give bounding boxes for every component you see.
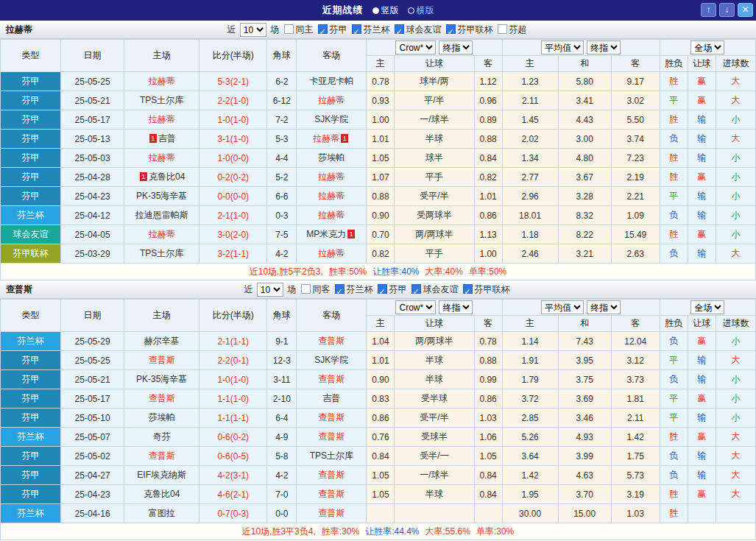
result-wdl: 负 (660, 206, 688, 225)
handicap-line: 半球 (395, 370, 474, 389)
filter-checkbox-item[interactable]: 同客 (301, 280, 331, 298)
odds-away: 0.99 (474, 370, 502, 389)
odds-stage-select[interactable]: 终指 (439, 40, 473, 54)
checkbox-label: 同客 (313, 284, 331, 294)
checkbox-icon[interactable] (411, 284, 421, 294)
odds-company-select[interactable]: Crow* (395, 300, 436, 314)
away-team-name: 拉赫蒂 (318, 172, 345, 182)
home-team-cell: 拉赫蒂 (124, 72, 199, 91)
checkbox-icon[interactable] (463, 284, 473, 294)
filter-games-label: 场 (287, 284, 296, 294)
avg-odds-away: 2.63 (611, 244, 660, 264)
col-odds-home: 主 (367, 56, 395, 72)
match-date: 25-04-23 (61, 485, 124, 504)
horizontal-radio-label[interactable]: 横版 (417, 5, 434, 15)
result-wdl: 胜 (660, 72, 688, 91)
vertical-radio[interactable] (372, 7, 379, 14)
home-team-name: EIF埃克纳斯 (137, 470, 186, 480)
result-handicap: 输 (688, 206, 716, 225)
col-avg-away: 客 (611, 56, 660, 72)
checkbox-icon[interactable] (498, 24, 507, 34)
checkbox-icon[interactable] (318, 24, 328, 34)
checkbox-icon[interactable] (335, 284, 345, 294)
result-wdl: 胜 (660, 168, 688, 187)
checkbox-label: 芬甲联杯 (458, 24, 493, 35)
avg-odds-draw: 3.00 (558, 130, 611, 149)
avg-odds-home: 1.45 (502, 110, 558, 130)
red-card-badge: 1 (341, 134, 348, 143)
result-wdl: 胜 (660, 110, 688, 130)
odds-away: 0.89 (474, 110, 502, 130)
corner-score: 4-2 (267, 244, 297, 264)
avg-odds-select[interactable]: 平均值 (541, 300, 584, 314)
checkbox-icon[interactable] (301, 284, 311, 294)
away-team-cell: MP米克力1 (297, 225, 367, 244)
vertical-radio-label[interactable]: 竖版 (381, 5, 399, 15)
avg-odds-home: 2.96 (502, 187, 558, 206)
match-date: 25-05-02 (61, 447, 124, 466)
corner-score: 5-8 (267, 447, 297, 466)
league-type-badge: 芬甲 (1, 149, 61, 168)
avg-odds-draw: 3.75 (558, 370, 611, 389)
checkbox-icon[interactable] (395, 24, 404, 34)
match-count-select[interactable]: 10 (257, 283, 283, 297)
avg-odds-away: 2.19 (611, 168, 660, 187)
result-handicap: 赢 (688, 168, 716, 187)
close-icon[interactable]: ✕ (738, 3, 753, 17)
avg-odds-select[interactable]: 平均值 (541, 40, 584, 54)
checkbox-icon[interactable] (284, 24, 294, 34)
away-team-cell: 拉赫蒂 (297, 187, 367, 206)
result-wdl: 负 (660, 466, 688, 485)
avg-odds-away: 3.12 (611, 351, 660, 370)
avg-odds-home: 3.64 (502, 447, 558, 466)
home-team-cell: 莎埃帕 (124, 409, 199, 428)
avg-stage-select[interactable]: 终指 (587, 300, 621, 314)
checkbox-icon[interactable] (378, 284, 387, 294)
filter-checkbox-item[interactable]: 芬甲联杯 (463, 280, 510, 298)
checkbox-icon[interactable] (446, 24, 456, 34)
avg-odds-home: 3.72 (502, 389, 558, 409)
match-scope-select[interactable]: 全场 (690, 40, 724, 54)
handicap-line: 球半 (395, 149, 474, 168)
summary-stat: 近10场,胜3平3负4, (242, 526, 316, 537)
avg-stage-select[interactable]: 终指 (587, 40, 621, 54)
col-odds-home: 主 (367, 316, 395, 332)
filter-checkbox-item[interactable]: 芬甲 (318, 21, 347, 38)
filter-checkbox-item[interactable]: 芬甲 (378, 280, 407, 298)
home-team-name: 莎埃帕 (149, 412, 175, 422)
horizontal-radio[interactable] (408, 7, 414, 14)
away-team-name: 拉赫蒂 (318, 191, 345, 201)
filter-checkbox-item[interactable]: 芬兰杯 (335, 280, 373, 298)
scroll-down-button[interactable]: ↓ (719, 3, 735, 17)
match-scope-select[interactable]: 全场 (690, 300, 724, 314)
filter-checkbox-item[interactable]: 球会友谊 (395, 21, 442, 38)
checkbox-icon[interactable] (352, 24, 361, 34)
col-score: 比分(半场) (199, 300, 267, 332)
odds-stage-select[interactable]: 终指 (439, 300, 473, 314)
col-away: 客场 (297, 300, 367, 332)
filter-checkbox-item[interactable]: 芬兰杯 (352, 21, 390, 38)
match-row: 芬甲联杯 25-03-29 TPS土尔库 3-2(1-1) 4-2 拉赫蒂 0.… (1, 244, 756, 264)
odds-home: 0.82 (367, 244, 395, 264)
home-team-name: PK-35海辛基 (136, 374, 187, 384)
filter-checkbox-item[interactable]: 球会友谊 (411, 280, 459, 298)
filter-checkbox-item[interactable]: 芬超 (498, 21, 527, 38)
result-handicap: 输 (688, 351, 716, 370)
home-team-name: 拉赫蒂 (149, 229, 175, 239)
odds-company-select[interactable]: Crow* (395, 40, 436, 54)
league-type-badge: 芬兰杯 (1, 206, 61, 225)
odds-home: 1.01 (367, 351, 395, 370)
result-goals: 小 (716, 370, 755, 389)
home-team-name: 赫尔辛基 (144, 336, 180, 346)
match-date: 25-05-17 (61, 389, 124, 409)
result-wdl: 平 (660, 389, 688, 409)
result-wdl: 胜 (660, 428, 688, 447)
corner-score: 0-3 (267, 206, 297, 225)
avg-odds-away: 1.42 (611, 428, 660, 447)
filter-checkbox-item[interactable]: 同主 (284, 21, 314, 38)
match-count-select[interactable]: 10 (240, 23, 266, 37)
filter-checkbox-item[interactable]: 芬甲联杯 (446, 21, 493, 38)
match-date: 25-05-07 (61, 428, 124, 447)
scroll-up-button[interactable]: ↑ (701, 3, 716, 17)
col-goals: 进球数 (716, 316, 755, 332)
